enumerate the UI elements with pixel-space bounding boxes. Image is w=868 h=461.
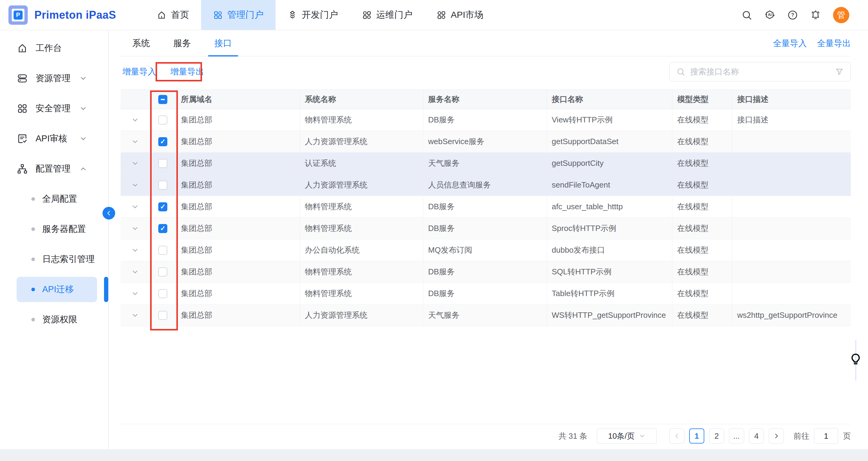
help-icon[interactable]: ? [787,10,798,21]
cell-domain: 集团总部 [176,261,300,282]
home-icon [157,10,166,20]
sidebar-item-配置管理[interactable]: 配置管理 [0,154,108,184]
page-unit-label: 页 [843,431,851,441]
sidebar-item-API审核[interactable]: API审核 [0,124,108,154]
row-checkbox[interactable] [158,246,167,255]
row-checkbox[interactable] [158,289,167,298]
table-row: 集团总部办公自动化系统MQ发布订阅dubbo发布接口在线模型 [121,239,851,261]
next-page-button[interactable] [769,428,784,443]
sidebar-subitem-服务器配置[interactable]: 服务器配置 [0,214,108,244]
header-desc: 接口描述 [732,90,851,109]
sidebar-item-资源管理[interactable]: 资源管理 [0,63,108,93]
layers-icon [288,10,297,20]
topnav-item-API市场[interactable]: API市场 [425,0,495,30]
sidebar-subitem-日志索引管理[interactable]: 日志索引管理 [0,244,108,274]
brand-name: Primeton iPaaS [34,9,116,22]
row-expand-cell [121,109,150,130]
bullet-dot-icon [31,197,35,201]
goto-page-input[interactable] [814,428,838,444]
sidebar-subitem-资源权限[interactable]: 资源权限 [0,305,108,335]
row-expand-chevron-icon[interactable] [131,138,139,146]
topbar-right: AI?管 [741,0,868,30]
row-checkbox[interactable] [158,311,167,320]
cell-desc [732,239,851,261]
row-checkbox[interactable] [158,116,167,125]
header-system: 系统名称 [300,90,423,109]
sidebar-subitem-inner: 全局配置 [17,186,97,212]
sidebar-subitem-inner: API迁移 [17,277,97,302]
topnav-item-首页[interactable]: 首页 [145,0,201,30]
topnav-item-管理门户[interactable]: 管理门户 [201,0,276,30]
chevron-left-icon [105,210,112,216]
table-row: 集团总部人力资源管理系统人员信息查询服务sendFileToAgent在线模型 [121,174,851,196]
page-ellipsis-button[interactable]: ... [729,428,744,443]
page-size-value: 10条/页 [608,431,634,441]
row-expand-chevron-icon[interactable] [131,246,139,254]
row-checkbox[interactable] [158,137,167,146]
sidebar-item-label: API审核 [36,133,67,145]
cell-domain: 集团总部 [176,218,300,239]
row-checkbox[interactable] [158,159,167,168]
cell-api: SQL转HTTP示例 [547,261,672,282]
bullet-dot-icon [31,227,35,231]
select-all-checkbox[interactable] [158,95,167,104]
search-icon[interactable] [741,10,752,21]
user-avatar[interactable]: 管 [833,7,849,23]
tab-接口[interactable]: 接口 [208,30,238,56]
sidebar-subitem-API迁移[interactable]: API迁移 [0,274,108,305]
cell-system: 物料管理系统 [300,196,423,217]
inc-export-button[interactable]: 增量导出 [170,66,204,78]
cell-api: View转HTTP示例 [547,109,672,130]
ai-assistant-icon[interactable]: AI [764,10,775,21]
full-export-button[interactable]: 全量导出 [817,38,851,49]
table-row: 集团总部物料管理系统DB服务Sproc转HTTP示例在线模型 [121,218,851,239]
sidebar-collapse-button[interactable] [102,207,115,219]
sidebar-item-工作台[interactable]: 工作台 [0,33,108,63]
svg-text:?: ? [791,12,794,18]
full-import-button[interactable]: 全量导入 [773,38,807,49]
top-bar: P Primeton iPaaS 首页管理门户开发门户运维门户API市场 AI?… [0,0,868,30]
sidebar-subitem-全局配置[interactable]: 全局配置 [0,184,108,214]
row-checkbox[interactable] [158,181,167,190]
sidebar-subitem-label: API迁移 [42,283,74,296]
cell-service: DB服务 [423,196,547,217]
row-expand-chevron-icon[interactable] [131,181,139,189]
row-expand-chevron-icon[interactable] [131,116,139,124]
page-button-2[interactable]: 2 [709,428,724,443]
row-expand-chevron-icon[interactable] [131,203,139,211]
topnav-item-开发门户[interactable]: 开发门户 [276,0,350,30]
inc-import-button[interactable]: 增量导入 [122,66,156,78]
cell-system: 物料管理系统 [300,261,423,282]
row-expand-chevron-icon[interactable] [131,159,139,167]
topnav-item-运维门户[interactable]: 运维门户 [350,0,425,30]
cell-service: MQ发布订阅 [423,239,547,261]
prev-page-button[interactable] [669,428,684,443]
tips-lightbulb-button[interactable] [848,350,864,369]
sitemap-icon [17,163,28,174]
page-size-select[interactable]: 10条/页 [597,428,657,444]
tab-服务[interactable]: 服务 [167,30,197,56]
doccheck-icon [17,133,28,144]
notifications-icon[interactable] [810,10,821,21]
row-checkbox-cell [150,174,176,196]
page-button-1[interactable]: 1 [689,428,704,443]
row-checkbox[interactable] [158,224,167,233]
cell-desc [732,196,851,217]
search-input[interactable] [685,67,835,76]
row-checkbox[interactable] [158,268,167,276]
sidebar-item-安全管理[interactable]: 安全管理 [0,93,108,124]
cell-system: 物料管理系统 [300,109,423,130]
header-service: 服务名称 [423,90,547,109]
row-expand-chevron-icon[interactable] [131,290,139,298]
brand: P Primeton iPaaS [0,0,145,30]
page-button-4[interactable]: 4 [749,428,764,443]
filter-icon[interactable] [835,67,844,76]
row-checkbox[interactable] [158,202,167,211]
goto-label: 前往 [794,431,809,441]
table-row: 集团总部物料管理系统DB服务Table转HTTP示例在线模型 [121,283,851,305]
tab-系统[interactable]: 系统 [126,30,156,56]
active-indicator-bar [104,277,108,302]
row-expand-chevron-icon[interactable] [131,311,139,319]
row-expand-chevron-icon[interactable] [131,268,139,276]
row-expand-chevron-icon[interactable] [131,225,139,233]
